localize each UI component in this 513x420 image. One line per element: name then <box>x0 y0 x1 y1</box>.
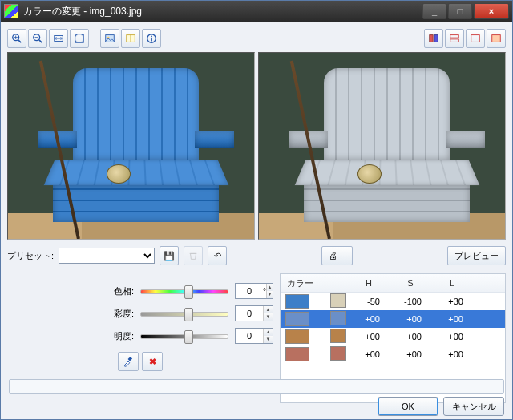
hue-spin[interactable]: °▲▼ <box>235 283 273 299</box>
view-original-button[interactable] <box>487 29 506 48</box>
fit-screen-button[interactable] <box>70 29 89 48</box>
col-l: L <box>434 278 476 288</box>
svg-rect-18 <box>434 35 438 42</box>
dialog-window: カラーの変更 - img_003.jpg _ □ × <box>0 0 513 420</box>
svg-rect-17 <box>430 35 433 42</box>
svg-rect-19 <box>450 35 459 38</box>
book-icon[interactable] <box>121 29 140 48</box>
preset-save-button[interactable]: 💾 <box>160 246 179 265</box>
dialog-content: プリセット: 💾 ↶ 🖨 プレビュー 色相: °▲▼ 彩度: <box>1 22 512 419</box>
col-h: H <box>351 278 393 288</box>
preview-button[interactable]: プレビュー <box>447 246 506 265</box>
light-spin[interactable]: ▲▼ <box>235 328 273 344</box>
sat-spin[interactable]: ▲▼ <box>235 305 273 321</box>
preview-before[interactable] <box>7 52 255 240</box>
window-title: カラーの変更 - img_003.jpg <box>23 5 421 18</box>
svg-point-15 <box>151 36 152 38</box>
color-row[interactable]: +00+00+00 <box>281 328 505 345</box>
zoom-out-button[interactable] <box>28 29 47 48</box>
preview-panes <box>1 50 512 241</box>
svg-rect-24 <box>128 357 133 361</box>
svg-rect-10 <box>106 35 115 42</box>
col-color: カラー <box>281 277 332 289</box>
close-button[interactable]: × <box>474 3 509 19</box>
cancel-button[interactable]: キャンセル <box>443 397 504 416</box>
info-icon[interactable] <box>142 29 161 48</box>
color-row[interactable]: +00+00+00 <box>281 345 505 363</box>
sat-label: 彩度: <box>105 308 134 320</box>
preset-label: プリセット: <box>7 250 54 262</box>
svg-line-5 <box>39 40 42 43</box>
col-s: S <box>393 278 434 288</box>
preset-delete-button[interactable] <box>184 246 203 265</box>
printer-icon: 🖨 <box>329 251 337 260</box>
light-slider[interactable] <box>140 329 228 343</box>
app-icon <box>4 4 18 18</box>
minimize-button[interactable]: _ <box>422 3 446 19</box>
ok-button[interactable]: OK <box>378 397 438 416</box>
hue-slider[interactable] <box>140 284 228 298</box>
color-row[interactable]: +00+00+00 <box>281 310 505 328</box>
svg-rect-9 <box>75 34 84 43</box>
sat-slider[interactable] <box>140 306 228 321</box>
toolbar <box>1 22 512 50</box>
maximize-button[interactable]: □ <box>448 3 472 19</box>
view-split-button[interactable] <box>424 29 443 48</box>
reset-button[interactable]: ✖ <box>142 352 163 371</box>
preset-select[interactable] <box>59 248 155 264</box>
hue-label: 色相: <box>105 285 134 297</box>
preview-after[interactable] <box>258 52 506 240</box>
svg-rect-21 <box>471 35 480 42</box>
view-single-button[interactable] <box>466 29 485 48</box>
light-label: 明度: <box>105 330 134 342</box>
color-row[interactable]: -50-100+30 <box>281 293 505 310</box>
zoom-in-button[interactable] <box>7 29 26 48</box>
view-rows-button[interactable] <box>445 29 464 48</box>
picture-icon[interactable] <box>100 29 119 48</box>
preset-row: プリセット: 💾 ↶ 🖨 プレビュー <box>1 241 512 270</box>
print-preview-button[interactable]: 🖨 <box>321 246 353 265</box>
svg-rect-22 <box>492 35 501 42</box>
svg-rect-20 <box>450 39 459 42</box>
titlebar[interactable]: カラーの変更 - img_003.jpg _ □ × <box>1 1 512 22</box>
svg-line-1 <box>18 40 22 43</box>
eyedropper-button[interactable] <box>118 352 139 371</box>
preset-undo-button[interactable]: ↶ <box>208 246 227 265</box>
progress-bar <box>9 379 504 394</box>
fit-width-button[interactable] <box>49 29 68 48</box>
